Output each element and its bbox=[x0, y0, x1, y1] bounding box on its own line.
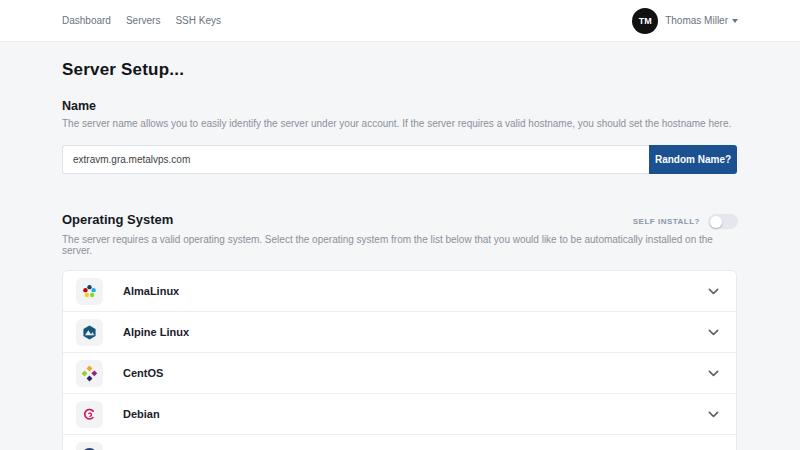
self-install-label: SELF INSTALL? bbox=[633, 217, 700, 226]
os-list-item-debian[interactable]: Debian bbox=[63, 394, 736, 435]
nav-item-ssh-keys[interactable]: SSH Keys bbox=[175, 15, 221, 26]
name-section-description: The server name allows you to easily ide… bbox=[62, 118, 738, 129]
server-name-input-group: Random Name? bbox=[62, 145, 737, 174]
chevron-down-icon[interactable] bbox=[707, 367, 720, 380]
os-label: CentOS bbox=[123, 367, 163, 379]
name-section-heading: Name bbox=[62, 99, 738, 113]
page-title: Server Setup... bbox=[62, 60, 738, 80]
os-list-item-fedora[interactable]: Fedora bbox=[63, 435, 736, 450]
os-list-item-almalinux[interactable]: AlmaLinux bbox=[63, 271, 736, 312]
os-section-heading: Operating System bbox=[62, 212, 173, 227]
os-list-item-centos[interactable]: CentOS bbox=[63, 353, 736, 394]
random-name-button[interactable]: Random Name? bbox=[649, 145, 737, 174]
self-install-toggle[interactable] bbox=[708, 214, 738, 229]
chevron-down-icon[interactable] bbox=[707, 408, 720, 421]
chevron-down-icon[interactable] bbox=[707, 285, 720, 298]
server-name-input[interactable] bbox=[62, 145, 649, 174]
os-label: Alpine Linux bbox=[123, 326, 189, 338]
fedora-logo-icon bbox=[80, 446, 99, 450]
os-label: Debian bbox=[123, 408, 160, 420]
main-content: Server Setup... Name The server name all… bbox=[0, 42, 800, 450]
avatar[interactable]: TM bbox=[632, 8, 658, 34]
centos-logo-icon bbox=[80, 364, 99, 383]
user-menu[interactable]: TM Thomas Miller bbox=[632, 8, 738, 34]
main-nav: Dashboard Servers SSH Keys bbox=[62, 15, 221, 26]
user-name: Thomas Miller bbox=[665, 15, 738, 26]
alpinelinux-logo-icon bbox=[80, 323, 99, 342]
os-section-header: Operating System SELF INSTALL? bbox=[62, 212, 738, 229]
nav-item-dashboard[interactable]: Dashboard bbox=[62, 15, 111, 26]
chevron-down-icon[interactable] bbox=[707, 326, 720, 339]
debian-logo-icon bbox=[80, 405, 99, 424]
nav-item-servers[interactable]: Servers bbox=[126, 15, 160, 26]
toggle-knob bbox=[710, 216, 722, 228]
os-label: AlmaLinux bbox=[123, 285, 179, 297]
os-list-item-alpine-linux[interactable]: Alpine Linux bbox=[63, 312, 736, 353]
self-install-control: SELF INSTALL? bbox=[633, 214, 738, 229]
user-name-label: Thomas Miller bbox=[665, 15, 728, 26]
chevron-down-icon bbox=[732, 19, 738, 23]
os-list: AlmaLinux Alpine Linux CentOS bbox=[62, 270, 737, 450]
top-bar: Dashboard Servers SSH Keys TM Thomas Mil… bbox=[0, 0, 800, 42]
almalinux-logo-icon bbox=[80, 282, 99, 301]
os-section-description: The server requires a valid operating sy… bbox=[62, 234, 738, 256]
